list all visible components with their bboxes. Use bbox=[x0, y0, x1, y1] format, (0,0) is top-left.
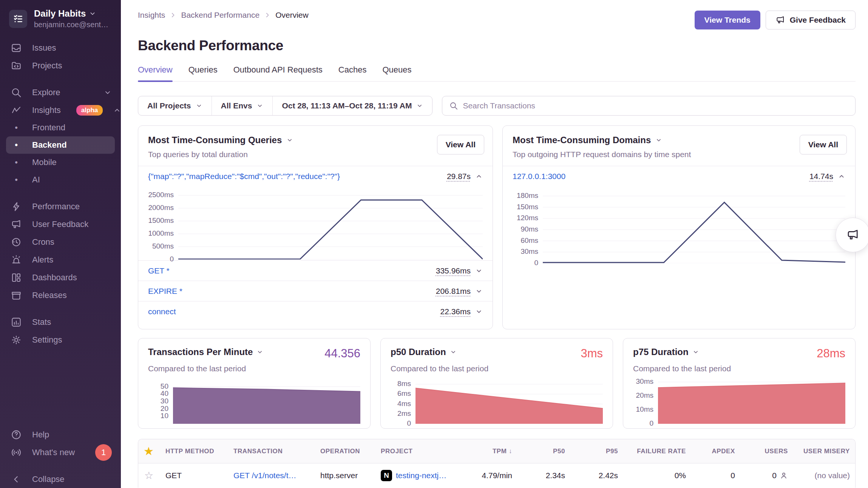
transaction-link[interactable]: GET /v1/notes/t… bbox=[233, 471, 297, 480]
query-link[interactable]: EXPIRE * bbox=[148, 287, 182, 296]
tab-caches[interactable]: Caches bbox=[338, 65, 367, 81]
breadcrumb: Insights Backend Performance Overview bbox=[138, 11, 309, 20]
environment-filter-dropdown[interactable]: All Envs bbox=[212, 96, 273, 115]
chevron-down-icon[interactable] bbox=[475, 287, 483, 295]
domains-view-all-button[interactable]: View All bbox=[800, 135, 847, 154]
query-total-time: 335.96ms bbox=[436, 266, 471, 275]
sidebar-item-backend[interactable]: • Backend bbox=[6, 136, 115, 154]
layout-grid-icon bbox=[11, 272, 22, 283]
sidebar-item-whats-new[interactable]: What's new 1 bbox=[0, 443, 121, 461]
column-header-operation[interactable]: OPERATION bbox=[314, 448, 375, 455]
tab-overview[interactable]: Overview bbox=[138, 65, 173, 81]
sidebar-item-dashboards[interactable]: Dashboards bbox=[0, 269, 121, 286]
p50-card-subtitle: Compared to the last period bbox=[391, 364, 603, 373]
bullet-icon: • bbox=[11, 140, 22, 150]
cell-transaction: GET /v1/notes/t… bbox=[227, 471, 314, 480]
project-filter-dropdown[interactable]: All Projects bbox=[138, 96, 212, 115]
search-icon bbox=[11, 87, 22, 98]
tpm-card-title[interactable]: Transactions Per Minute bbox=[148, 347, 253, 357]
query-link[interactable]: {"map":"?","mapReduce":"$cmd","out":"?",… bbox=[148, 172, 340, 181]
most-time-consuming-domains-card: Most Time-Consuming Domains Top outgoing… bbox=[502, 125, 856, 329]
tab-queues[interactable]: Queues bbox=[382, 65, 411, 81]
date-range-dropdown[interactable]: Oct 28, 11:13 AM–Oct 28, 11:19 AM bbox=[272, 96, 432, 115]
chevron-down-icon bbox=[450, 349, 457, 355]
nextjs-project-icon: N bbox=[381, 470, 392, 481]
chevron-up-icon[interactable] bbox=[838, 173, 845, 180]
breadcrumb-backend-performance[interactable]: Backend Performance bbox=[181, 11, 259, 20]
star-outline-icon: ☆ bbox=[144, 470, 153, 481]
breadcrumb-insights[interactable]: Insights bbox=[138, 11, 165, 20]
p75-chart-plot bbox=[658, 379, 845, 424]
sidebar-item-issues[interactable]: Issues bbox=[0, 39, 121, 57]
sidebar-item-frontend[interactable]: • Frontend bbox=[6, 119, 115, 136]
sidebar-item-alerts[interactable]: Alerts bbox=[0, 251, 121, 269]
p50-duration-card: p50 Duration 3ms Compared to the last pe… bbox=[380, 338, 613, 429]
org-switcher[interactable]: Daily Habits benjamin.coe@sent… bbox=[0, 0, 121, 33]
favorite-column-header[interactable]: ★ bbox=[138, 445, 159, 457]
help-icon bbox=[11, 429, 22, 440]
sidebar-item-label: Dashboards bbox=[32, 273, 77, 283]
sidebar-item-label: Explore bbox=[32, 88, 60, 97]
chevron-down-icon[interactable] bbox=[475, 267, 483, 275]
project-filter-label: All Projects bbox=[147, 101, 191, 110]
project-link[interactable]: testing-nextj… bbox=[396, 471, 446, 480]
column-header-user-misery[interactable]: USER MISERY bbox=[794, 448, 856, 455]
search-transactions-box bbox=[442, 96, 856, 116]
tpm-card-subtitle: Compared to the last period bbox=[148, 364, 360, 373]
chevron-down-icon bbox=[256, 349, 263, 355]
favorite-toggle[interactable]: ☆ bbox=[138, 469, 159, 482]
p50-current-value: 3ms bbox=[581, 347, 603, 360]
history-clock-icon bbox=[11, 236, 22, 248]
domains-card-title[interactable]: Most Time-Consuming Domains bbox=[513, 135, 651, 145]
domain-link[interactable]: 127.0.0.1:3000 bbox=[513, 172, 565, 181]
sidebar-item-projects[interactable]: Projects bbox=[0, 57, 121, 74]
sidebar-item-insights[interactable]: Insights alpha bbox=[0, 101, 121, 119]
tab-outbound-api-requests[interactable]: Outbound API Requests bbox=[233, 65, 323, 81]
column-header-p95[interactable]: P95 bbox=[571, 448, 624, 455]
tab-queries[interactable]: Queries bbox=[188, 65, 218, 81]
query-total-time: 29.87s bbox=[447, 172, 471, 181]
p50-card-title[interactable]: p50 Duration bbox=[391, 347, 446, 357]
column-header-project[interactable]: PROJECT bbox=[375, 448, 465, 455]
floating-feedback-button[interactable] bbox=[836, 218, 868, 252]
sidebar-item-mobile[interactable]: • Mobile bbox=[6, 154, 115, 171]
sidebar-item-explore[interactable]: Explore bbox=[0, 83, 121, 101]
page-title: Backend Performance bbox=[138, 38, 856, 54]
chevron-down-icon bbox=[256, 102, 263, 109]
search-transactions-input[interactable] bbox=[463, 101, 848, 110]
domains-trend-chart: 030ms60ms90ms120ms150ms180ms bbox=[503, 186, 855, 264]
sidebar-item-releases[interactable]: Releases bbox=[0, 286, 121, 304]
query-link[interactable]: connect bbox=[148, 307, 176, 316]
view-trends-label: View Trends bbox=[704, 15, 751, 25]
chevron-down-icon[interactable] bbox=[475, 308, 483, 315]
sidebar-item-help[interactable]: Help bbox=[0, 426, 121, 443]
p75-card-title[interactable]: p75 Duration bbox=[633, 347, 689, 357]
chevron-up-icon[interactable] bbox=[475, 173, 483, 180]
column-header-p50[interactable]: P50 bbox=[518, 448, 571, 455]
column-header-transaction[interactable]: TRANSACTION bbox=[227, 448, 314, 455]
sidebar-item-performance[interactable]: Performance bbox=[0, 198, 121, 215]
main-content: Insights Backend Performance Overview Vi… bbox=[121, 0, 868, 488]
column-header-http-method[interactable]: HTTP METHOD bbox=[159, 448, 227, 455]
cell-users: 0 bbox=[741, 471, 794, 480]
queries-view-all-button[interactable]: View All bbox=[437, 135, 484, 154]
sidebar-item-stats[interactable]: Stats bbox=[0, 313, 121, 331]
column-header-users[interactable]: USERS bbox=[741, 448, 794, 455]
column-header-failure-rate[interactable]: FAILURE RATE bbox=[624, 448, 692, 455]
sidebar-item-user-feedback[interactable]: User Feedback bbox=[0, 215, 121, 233]
sidebar-item-label: Help bbox=[32, 430, 49, 440]
sidebar-item-ai[interactable]: • AI bbox=[6, 171, 115, 188]
view-trends-button[interactable]: View Trends bbox=[695, 11, 760, 29]
sidebar-nav: Issues Projects Explore Insights alpha bbox=[0, 39, 121, 349]
sidebar-item-crons[interactable]: Crons bbox=[0, 233, 121, 251]
query-total-time: 206.81ms bbox=[436, 287, 471, 296]
queries-card-title[interactable]: Most Time-Consuming Queries bbox=[148, 135, 282, 145]
whats-new-count-badge: 1 bbox=[95, 444, 112, 461]
sidebar-collapse-button[interactable]: Collapse bbox=[0, 470, 121, 488]
sidebar-item-label: What's new bbox=[32, 448, 75, 457]
column-header-apdex[interactable]: APDEX bbox=[692, 448, 741, 455]
sidebar-item-settings[interactable]: Settings bbox=[0, 331, 121, 349]
column-header-tpm[interactable]: TPM ↓ bbox=[465, 448, 518, 455]
query-link[interactable]: GET * bbox=[148, 266, 170, 275]
give-feedback-button[interactable]: Give Feedback bbox=[766, 11, 856, 29]
